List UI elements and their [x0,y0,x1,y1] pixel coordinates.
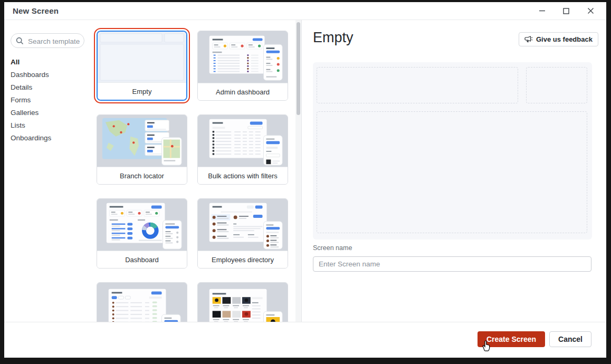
sidebar-item-lists[interactable]: Lists [11,119,90,132]
template-card-bulk-actions-with-filters[interactable]: Bulk actions with filters [197,114,288,185]
template-card[interactable] [197,282,288,322]
sidebar-item-forms[interactable]: Forms [11,94,90,107]
cancel-button[interactable]: Cancel [549,331,591,347]
sidebar-item-onboardings[interactable]: Onboardings [11,132,90,145]
sidebar-item-dashboards[interactable]: Dashboards [11,69,90,81]
maximize-icon [563,8,569,14]
template-card-admin-dashboard[interactable]: Admin dashboard [197,31,288,101]
template-card-branch-locator[interactable]: Branch locator [97,114,187,185]
preview-placeholder-side [526,67,587,103]
category-list: AllDashboardsDetailsFormsGalleriesListsO… [11,56,90,145]
template-thumbnail [198,199,288,251]
window-controls [534,4,606,18]
megaphone-icon [524,36,533,43]
close-button[interactable] [583,4,598,18]
search-template-field[interactable] [11,33,84,48]
template-label: Dashboard [97,251,187,268]
preview-placeholder-header [317,67,518,103]
dialog-titlebar: New Screen [4,2,606,20]
dialog-footer: Create Screen Cancel [4,322,606,358]
template-thumbnail [98,32,186,82]
search-input[interactable] [27,34,83,48]
template-card[interactable] [97,282,187,322]
screen-name-input[interactable] [313,256,591,272]
template-thumbnail [97,199,187,251]
scrollbar-thumb[interactable] [297,22,300,115]
minimize-button[interactable] [534,4,549,18]
template-grid: Empty Admin dashboard Branch locator Bul… [92,26,299,322]
dialog-title: New Screen [13,6,59,15]
preview-placeholder-body [317,111,587,233]
maximize-button[interactable] [559,4,574,18]
template-thumbnail [97,283,187,322]
create-screen-button[interactable]: Create Screen [478,331,545,347]
give-feedback-label: Give us feedback [536,35,593,43]
sidebar-item-galleries[interactable]: Galleries [11,107,90,119]
template-card-dashboard[interactable]: Dashboard [97,198,187,269]
template-preview [313,62,592,240]
screenshot-frame: New Screen AllDashboardsDetailsForm [0,0,611,364]
template-label: Empty [98,82,186,100]
template-card-employees-directory[interactable]: Employees directory [197,198,288,269]
new-screen-dialog: New Screen AllDashboardsDetailsForm [4,2,606,358]
template-label: Employees directory [198,251,288,268]
template-label: Bulk actions with filters [198,167,288,184]
template-label: Branch locator [97,167,187,184]
give-feedback-button[interactable]: Give us feedback [519,32,598,46]
template-thumbnail [198,31,288,83]
selected-template-title: Empty [313,30,354,46]
sidebar-item-all[interactable]: All [11,56,90,69]
template-scrollbar[interactable] [295,20,301,322]
template-thumbnail [198,283,288,322]
search-icon [16,37,24,45]
close-icon [587,7,594,14]
template-thumbnail [97,115,187,167]
sidebar-item-details[interactable]: Details [11,81,90,94]
panel-divider [301,20,302,322]
template-thumbnail [198,115,288,167]
template-label: Admin dashboard [198,83,288,100]
screen-name-label: Screen name [313,244,352,252]
template-card-empty[interactable]: Empty [97,31,187,101]
minimize-icon [539,7,546,14]
